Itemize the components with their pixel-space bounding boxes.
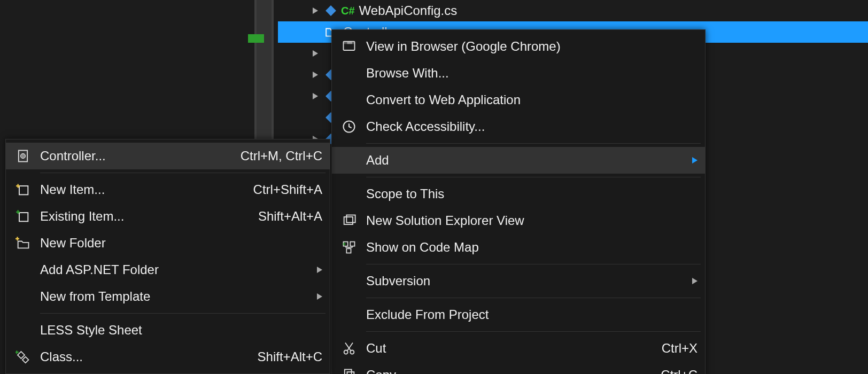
- add-submenu: Controller... Ctrl+M, Ctrl+C New Item...…: [5, 139, 330, 374]
- svg-rect-13: [347, 372, 354, 374]
- new-item-icon: [6, 182, 40, 197]
- new-folder-icon: [6, 236, 40, 251]
- menu-item-label: New Folder: [40, 236, 322, 251]
- menu-controller[interactable]: Controller... Ctrl+M, Ctrl+C: [6, 143, 330, 169]
- menu-add[interactable]: Add: [332, 147, 705, 174]
- menu-item-label: Add ASP.NET Folder: [40, 262, 311, 277]
- menu-subversion[interactable]: Subversion: [332, 268, 705, 294]
- accessibility-icon: [332, 119, 366, 134]
- cut-icon: [332, 341, 366, 356]
- menu-scope-to-this[interactable]: Scope to This: [332, 181, 705, 207]
- menu-item-shortcut: Shift+Alt+A: [242, 209, 322, 224]
- menu-item-shortcut: Shift+Alt+C: [242, 349, 322, 364]
- change-marker: [248, 34, 264, 43]
- menu-separator: [366, 264, 701, 264]
- menu-item-shortcut: Ctrl+X: [646, 341, 698, 356]
- menu-view-in-browser[interactable]: View in Browser (Google Chrome): [332, 33, 705, 60]
- menu-new-solution-explorer[interactable]: New Solution Explorer View: [332, 207, 705, 234]
- menu-item-shortcut: Ctrl+Shift+A: [237, 182, 322, 197]
- expander-icon[interactable]: [310, 5, 321, 16]
- menu-browse-with[interactable]: Browse With...: [332, 60, 705, 87]
- menu-separator: [366, 298, 701, 298]
- svg-rect-8: [346, 248, 351, 253]
- submenu-arrow-icon: [317, 267, 322, 273]
- browser-icon: [332, 39, 366, 54]
- existing-item-icon: [6, 209, 40, 224]
- tree-item-webapiconfig[interactable]: C# WebApiConfig.cs: [278, 0, 868, 21]
- svg-rect-17: [19, 213, 28, 221]
- svg-rect-5: [346, 215, 355, 223]
- menu-item-label: Cut: [366, 341, 646, 356]
- expander-icon[interactable]: [310, 69, 321, 80]
- menu-less-style-sheet[interactable]: LESS Style Sheet: [6, 317, 330, 344]
- tree-item-label: WebApiConfig.cs: [359, 3, 458, 18]
- menu-new-folder[interactable]: New Folder: [6, 230, 330, 256]
- menu-separator: [40, 173, 326, 173]
- svg-rect-2: [347, 42, 352, 44]
- menu-item-label: Existing Item...: [40, 209, 242, 224]
- menu-item-label: LESS Style Sheet: [40, 323, 322, 338]
- menu-item-label: New Item...: [40, 182, 237, 197]
- controller-icon: [6, 149, 40, 163]
- menu-item-label: Exclude From Project: [366, 307, 698, 322]
- menu-new-item[interactable]: New Item... Ctrl+Shift+A: [6, 176, 330, 203]
- class-icon: [6, 349, 40, 364]
- menu-item-shortcut: Ctrl+C: [645, 368, 698, 374]
- submenu-arrow-icon: [692, 157, 698, 163]
- menu-item-label: New from Template: [40, 289, 311, 304]
- menu-check-accessibility[interactable]: Check Accessibility...: [332, 113, 705, 140]
- expander-icon[interactable]: [310, 48, 321, 59]
- menu-item-label: Subversion: [366, 274, 686, 289]
- copy-icon: [332, 368, 366, 374]
- csharp-item-icon: [326, 5, 336, 16]
- menu-item-label: Copy: [366, 368, 645, 374]
- menu-new-from-template[interactable]: New from Template: [6, 283, 330, 310]
- code-map-icon: +: [332, 240, 366, 255]
- csharp-badge-icon: C#: [341, 5, 355, 17]
- menu-item-label: Controller...: [40, 149, 224, 163]
- menu-exclude-from-project[interactable]: Exclude From Project: [332, 301, 705, 328]
- svg-text:+: +: [342, 240, 346, 248]
- menu-item-label: Scope to This: [366, 186, 698, 201]
- menu-cut[interactable]: Cut Ctrl+X: [332, 335, 705, 362]
- menu-copy[interactable]: Copy Ctrl+C: [332, 362, 705, 374]
- svg-rect-18: [18, 352, 25, 359]
- menu-add-aspnet-folder[interactable]: Add ASP.NET Folder: [6, 256, 330, 283]
- scroll-gutter[interactable]: [254, 0, 274, 142]
- menu-item-label: Add: [366, 153, 686, 168]
- menu-separator: [366, 331, 701, 332]
- menu-item-shortcut: Ctrl+M, Ctrl+C: [224, 149, 322, 163]
- svg-rect-4: [344, 217, 353, 224]
- svg-rect-16: [19, 186, 28, 194]
- context-menu: View in Browser (Google Chrome) Browse W…: [331, 29, 706, 374]
- menu-item-label: New Solution Explorer View: [366, 213, 698, 228]
- menu-item-label: Convert to Web Application: [366, 92, 698, 107]
- submenu-arrow-icon: [317, 293, 322, 300]
- svg-rect-7: [350, 242, 354, 246]
- menu-separator: [366, 177, 701, 177]
- menu-item-label: Check Accessibility...: [366, 119, 698, 134]
- menu-item-label: View in Browser (Google Chrome): [366, 39, 698, 54]
- menu-separator: [40, 313, 326, 314]
- menu-convert-to-web[interactable]: Convert to Web Application: [332, 87, 705, 113]
- menu-show-on-code-map[interactable]: + Show on Code Map: [332, 234, 705, 261]
- svg-rect-19: [22, 357, 29, 363]
- new-window-icon: [332, 213, 366, 228]
- menu-item-label: Class...: [40, 349, 242, 364]
- menu-item-label: Browse With...: [366, 66, 698, 81]
- menu-item-label: Show on Code Map: [366, 240, 698, 255]
- menu-existing-item[interactable]: Existing Item... Shift+Alt+A: [6, 203, 330, 230]
- expander-icon[interactable]: [310, 91, 321, 102]
- menu-class[interactable]: Class... Shift+Alt+C: [6, 344, 330, 370]
- menu-separator: [366, 143, 701, 144]
- submenu-arrow-icon: [692, 278, 698, 284]
